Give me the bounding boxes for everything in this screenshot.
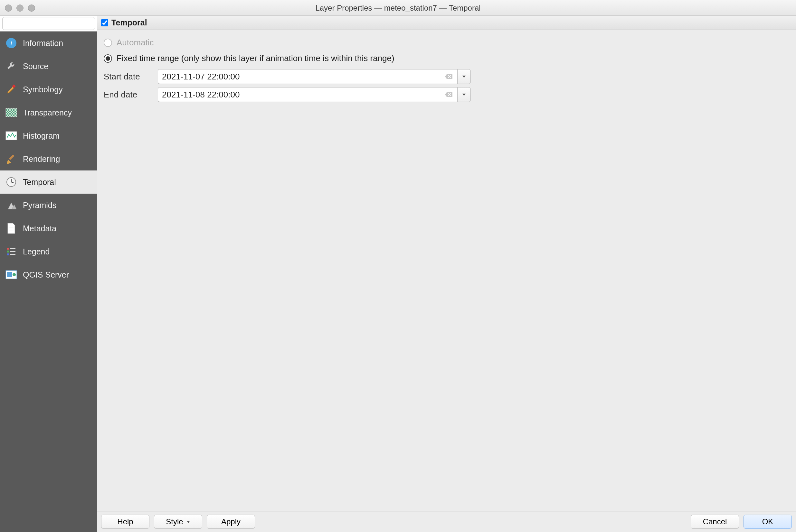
sidebar-item-pyramids[interactable]: Pyramids xyxy=(0,194,97,217)
style-button-label: Style xyxy=(166,517,183,526)
svg-rect-20 xyxy=(7,250,9,252)
sidebar-item-histogram[interactable]: Histogram xyxy=(0,124,97,147)
wrench-icon xyxy=(5,60,18,73)
sidebar-item-label: Information xyxy=(23,39,63,48)
ok-button-label: OK xyxy=(762,517,774,526)
svg-rect-6 xyxy=(6,108,17,117)
layer-properties-window: Layer Properties — meteo_station7 — Temp… xyxy=(0,0,796,532)
start-date-input[interactable]: 2021-11-07 22:00:00 xyxy=(158,69,457,84)
start-date-label: Start date xyxy=(104,72,152,82)
sidebar-search[interactable] xyxy=(2,17,95,30)
temporal-enable-checkbox[interactable] xyxy=(101,19,108,26)
sidebar-item-label: Metadata xyxy=(23,224,56,233)
option-automatic-label: Automatic xyxy=(116,38,154,48)
sidebar-item-rendering[interactable]: Rendering xyxy=(0,147,97,170)
dialog-body: i Information Source Symbology xyxy=(0,16,796,532)
clear-start-date-icon[interactable] xyxy=(444,72,453,81)
sidebar-item-label: Legend xyxy=(23,247,50,256)
window-minimize-dot[interactable] xyxy=(16,4,23,12)
brush-icon xyxy=(5,83,18,96)
start-date-row: Start date 2021-11-07 22:00:00 xyxy=(104,69,789,84)
clock-icon xyxy=(5,176,18,189)
search-input[interactable] xyxy=(7,19,96,28)
sidebar-item-information[interactable]: i Information xyxy=(0,32,97,55)
sidebar-item-legend[interactable]: Legend xyxy=(0,240,97,263)
chevron-down-icon xyxy=(186,520,190,524)
sidebar-item-label: Pyramids xyxy=(23,201,56,210)
sidebar-item-label: Histogram xyxy=(23,131,59,140)
chevron-down-icon xyxy=(462,74,466,79)
window-title: Layer Properties — meteo_station7 — Temp… xyxy=(0,3,796,13)
content-area: Temporal Automatic Fixed time range (onl… xyxy=(97,16,796,532)
temporal-section-title: Temporal xyxy=(111,18,147,27)
end-date-group: 2021-11-08 22:00:00 xyxy=(158,87,471,102)
option-fixed-range[interactable]: Fixed time range (only show this layer i… xyxy=(104,53,789,63)
sidebar-item-transparency[interactable]: Transparency xyxy=(0,101,97,124)
window-close-dot[interactable] xyxy=(5,4,12,12)
end-date-dropdown-button[interactable] xyxy=(457,87,471,102)
start-date-group: 2021-11-07 22:00:00 xyxy=(158,69,471,84)
style-button[interactable]: Style xyxy=(154,515,202,529)
ok-button[interactable]: OK xyxy=(743,515,792,529)
clear-end-date-icon[interactable] xyxy=(444,90,453,99)
end-date-input[interactable]: 2021-11-08 22:00:00 xyxy=(158,87,457,102)
help-button[interactable]: Help xyxy=(101,515,149,529)
sidebar-item-symbology[interactable]: Symbology xyxy=(0,78,97,101)
window-controls xyxy=(5,4,35,12)
sidebar-item-metadata[interactable]: Metadata xyxy=(0,217,97,240)
sidebar-item-source[interactable]: Source xyxy=(0,55,97,78)
option-fixed-range-label: Fixed time range (only show this layer i… xyxy=(116,53,395,63)
svg-point-27 xyxy=(13,273,16,276)
svg-marker-34 xyxy=(187,521,190,523)
chevron-down-icon xyxy=(462,92,466,97)
sidebar-item-label: QGIS Server xyxy=(23,270,69,280)
radio-automatic xyxy=(104,39,112,47)
server-icon xyxy=(5,268,18,281)
temporal-section-header: Temporal xyxy=(97,16,796,30)
sidebar-nav: i Information Source Symbology xyxy=(0,32,97,532)
sidebar-item-qgis-server[interactable]: QGIS Server xyxy=(0,263,97,286)
apply-button[interactable]: Apply xyxy=(207,515,255,529)
window-zoom-dot[interactable] xyxy=(28,4,35,12)
cancel-button[interactable]: Cancel xyxy=(691,515,739,529)
svg-rect-26 xyxy=(7,272,12,277)
end-date-label: End date xyxy=(104,90,152,100)
titlebar: Layer Properties — meteo_station7 — Temp… xyxy=(0,0,796,16)
sidebar-item-label: Symbology xyxy=(23,85,63,94)
svg-marker-33 xyxy=(463,94,466,96)
start-date-value: 2021-11-07 22:00:00 xyxy=(162,72,442,82)
dialog-footer: Help Style Apply Cancel OK xyxy=(97,511,796,532)
end-date-value: 2021-11-08 22:00:00 xyxy=(162,90,442,100)
sidebar-item-label: Transparency xyxy=(23,108,72,117)
option-automatic: Automatic xyxy=(104,38,789,48)
legend-icon xyxy=(5,245,18,258)
temporal-section-body: Automatic Fixed time range (only show th… xyxy=(97,30,796,511)
svg-rect-19 xyxy=(7,248,9,250)
start-date-dropdown-button[interactable] xyxy=(457,69,471,84)
sidebar-item-label: Source xyxy=(23,62,48,71)
histogram-icon xyxy=(5,129,18,142)
svg-text:i: i xyxy=(10,39,12,47)
apply-button-label: Apply xyxy=(221,517,240,526)
sidebar-item-temporal[interactable]: Temporal xyxy=(0,170,97,194)
sidebar-item-label: Temporal xyxy=(23,177,56,187)
pyramids-icon xyxy=(5,199,18,212)
end-date-row: End date 2021-11-08 22:00:00 xyxy=(104,87,789,102)
transparency-icon xyxy=(5,106,18,119)
svg-rect-10 xyxy=(9,155,15,160)
cancel-button-label: Cancel xyxy=(703,517,727,526)
sidebar: i Information Source Symbology xyxy=(0,16,97,532)
help-button-label: Help xyxy=(117,517,133,526)
svg-marker-30 xyxy=(463,76,466,78)
radio-fixed-range[interactable] xyxy=(104,54,112,63)
sidebar-search-wrap xyxy=(0,16,97,32)
sidebar-item-label: Rendering xyxy=(23,154,60,164)
info-icon: i xyxy=(5,37,18,50)
paintbrush-icon xyxy=(5,152,18,165)
svg-rect-21 xyxy=(7,253,9,255)
document-icon xyxy=(5,222,18,235)
